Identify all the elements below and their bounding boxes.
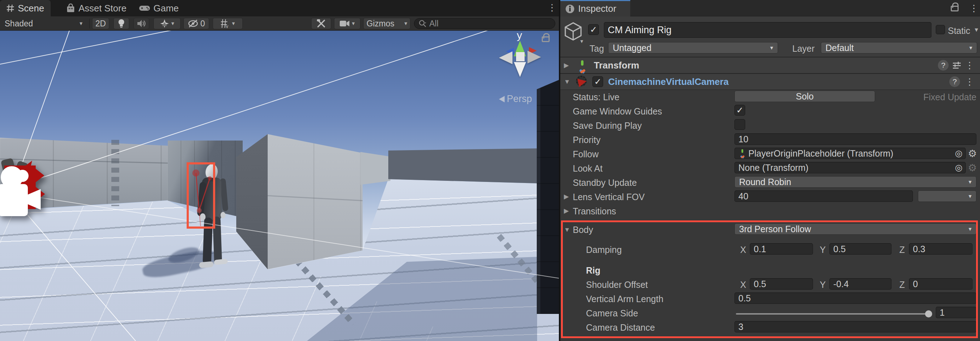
lens-foldout-icon[interactable]: ▶ (564, 193, 572, 200)
gameobject-cube-icon (564, 21, 582, 41)
lighting-toggle-button[interactable] (113, 18, 129, 29)
gizmo-right-cone (527, 51, 541, 63)
foldout-closed-icon[interactable]: ▶ (564, 61, 572, 69)
vcam-component-header[interactable]: ▼ ✓ CinemachineVirtualCamera ? ⋮ (560, 73, 980, 90)
foldout-open-icon[interactable]: ▼ (564, 78, 572, 86)
vcam-enabled-checkbox[interactable]: ✓ (592, 76, 603, 87)
effects-sparkle-icon (160, 19, 169, 28)
view-lock-icon[interactable] (542, 36, 550, 42)
camera-side-slider-handle[interactable] (925, 310, 932, 317)
scene-search-input[interactable]: All (414, 18, 555, 29)
help-icon[interactable]: ? (938, 60, 948, 71)
orientation-gizmo[interactable]: y Persp (496, 31, 559, 124)
shoulder-offset-label: Shoulder Offset (586, 280, 648, 290)
vertical-arm-length-input[interactable]: 0.5 (735, 292, 977, 304)
lens-label: Lens Vertical FOV (573, 192, 644, 202)
layer-dropdown[interactable]: Default ▼ (821, 42, 977, 54)
damping-label: Damping (586, 245, 622, 255)
vcam-title: CinemachineVirtualCamera (608, 76, 729, 87)
save-during-play-checkbox[interactable] (735, 119, 745, 130)
solo-label: Solo (796, 91, 814, 102)
follow-label: Follow (573, 149, 598, 159)
gizmos-dropdown[interactable]: Gizmos ▾ (363, 18, 410, 29)
priority-input[interactable]: 10 (735, 133, 977, 145)
shoulder-y-input[interactable]: -0.4 (829, 278, 891, 290)
component-menu-icon[interactable]: ⋮ (965, 61, 974, 70)
lookat-gear-icon[interactable]: ⚙ (968, 162, 977, 174)
camera-side-slider-track[interactable] (736, 313, 931, 315)
lens-preset-dropdown[interactable]: ▼ (918, 190, 977, 202)
tab-game[interactable]: Game (133, 0, 185, 16)
camera-distance-label: Camera Distance (586, 322, 655, 333)
component-tools-button[interactable] (311, 18, 331, 29)
damping-z-input[interactable]: 0.3 (909, 243, 972, 255)
standby-dropdown[interactable]: Round Robin ▼ (735, 176, 977, 188)
presets-icon[interactable] (952, 61, 961, 70)
scene-viewport[interactable]: y Persp (0, 31, 559, 341)
damping-x-input[interactable]: 0.1 (750, 243, 813, 255)
transform-mini-icon (737, 148, 746, 157)
axis-x-label: X (740, 280, 746, 290)
solo-button[interactable]: Solo (735, 90, 875, 102)
tab-scene[interactable]: Scene (0, 0, 51, 16)
chevron-down-icon: ▾ (171, 21, 174, 26)
shoulder-x-input[interactable]: 0.5 (750, 278, 813, 290)
cinemachine-camera-gizmo[interactable] (0, 159, 46, 227)
projection-toggle[interactable]: Persp (499, 94, 532, 105)
follow-value: PlayerOriginPlaceholder (Transform) (748, 148, 893, 159)
axis-y-label: y (517, 31, 522, 41)
tab-asset-store[interactable]: Asset Store (60, 0, 133, 16)
standby-label: Standby Update (573, 178, 637, 188)
persp-arrow-icon (499, 96, 504, 102)
body-algorithm-dropdown[interactable]: 3rd Person Follow ▼ (735, 223, 977, 235)
transform-component-header[interactable]: ▶ Transform ? ⋮ (560, 57, 980, 73)
follow-object-field[interactable]: PlayerOriginPlaceholder (Transform) ◎ (735, 148, 966, 159)
static-caret-icon[interactable]: ▼ (974, 27, 979, 33)
damping-y-input[interactable]: 0.5 (829, 243, 891, 255)
lens-fov-input[interactable]: 40 (735, 190, 913, 202)
chevron-down-icon: ▾ (80, 21, 83, 26)
scene-visibility-button[interactable]: 0 (183, 18, 209, 29)
inspector-menu-icon[interactable]: ⋮ (969, 3, 978, 13)
shading-mode-dropdown[interactable]: Shaded ▾ (2, 18, 86, 29)
component-menu-icon[interactable]: ⋮ (965, 77, 974, 86)
guides-label: Game Window Guides (573, 106, 662, 117)
static-checkbox[interactable] (936, 25, 945, 34)
check-icon: ✓ (736, 105, 743, 115)
status-label: Status: Live (573, 92, 620, 102)
toggle-2d-button[interactable]: 2D (92, 18, 109, 29)
effects-toggle-dropdown[interactable]: ▾ (153, 18, 181, 29)
object-picker-icon[interactable]: ◎ (955, 163, 963, 173)
object-picker-icon[interactable]: ◎ (955, 148, 963, 159)
camera-side-input[interactable]: 1 (936, 307, 977, 318)
help-icon[interactable]: ? (949, 76, 960, 87)
transitions-foldout-icon[interactable]: ▶ (564, 207, 572, 215)
gizmo-left-cone (499, 51, 512, 64)
gameobject-icon-caret[interactable]: ▾ (580, 38, 583, 44)
vertical-arm-length-value: 0.5 (738, 293, 751, 303)
hidden-count: 0 (200, 19, 205, 29)
body-foldout-icon[interactable]: ▼ (564, 226, 572, 234)
layer-label: Layer (792, 43, 815, 54)
camera-distance-input[interactable]: 3 (735, 321, 977, 332)
follow-gear-icon[interactable]: ⚙ (968, 148, 977, 159)
shoulder-z-input[interactable]: 0 (909, 278, 972, 290)
chevron-down-icon: ▼ (967, 179, 972, 184)
guides-checkbox[interactable]: ✓ (735, 105, 745, 116)
gameobject-header: ▾ ✓ CM Aiming Rig Static ▼ Tag Untagged … (560, 16, 980, 57)
gameobject-name-input[interactable]: CM Aiming Rig (604, 22, 931, 38)
lookat-object-field[interactable]: None (Transform) ◎ (735, 162, 966, 173)
scene-tab-menu-icon[interactable]: ⋮ (547, 3, 557, 12)
shading-mode-label: Shaded (5, 19, 33, 29)
shoulder-x-value: 0.5 (754, 279, 766, 289)
tag-dropdown[interactable]: Untagged ▼ (608, 42, 778, 54)
audio-toggle-button[interactable] (134, 18, 149, 29)
inspector-lock-icon[interactable] (951, 6, 959, 11)
gameobject-active-checkbox[interactable]: ✓ (588, 24, 599, 35)
camera-settings-dropdown[interactable]: ▾ (334, 18, 360, 29)
shoulder-z-value: 0 (913, 279, 918, 289)
transitions-label: Transitions (573, 206, 616, 217)
grid-settings-dropdown[interactable]: y ▾ (213, 18, 243, 29)
tab-inspector[interactable]: Inspector (560, 0, 630, 16)
damping-y-value: 0.5 (833, 244, 846, 254)
